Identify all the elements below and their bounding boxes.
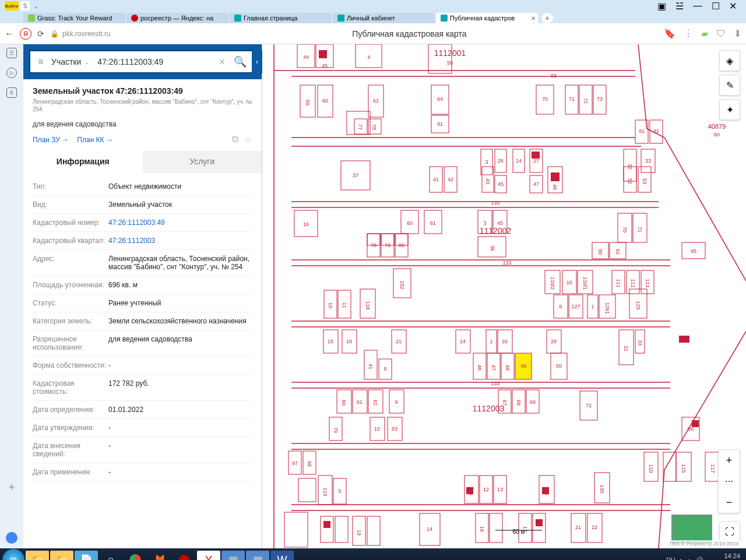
svg-rect-75 <box>532 152 540 159</box>
svg-text:133: 133 <box>491 200 499 206</box>
cadastral-number-link[interactable]: 47:26:1112003:49 <box>108 219 252 227</box>
tab-grass[interactable]: Grass: Track Your Reward <box>23 13 125 23</box>
nav-back[interactable]: ← <box>5 29 14 39</box>
window-close[interactable]: ✕ <box>729 1 737 12</box>
chrome-icon[interactable] <box>124 551 147 560</box>
rail-plus-icon[interactable]: + <box>9 481 15 494</box>
svg-text:26: 26 <box>498 158 504 164</box>
svg-text:62: 62 <box>372 400 378 406</box>
opera-icon[interactable] <box>173 551 196 560</box>
svg-text:1112003: 1112003 <box>473 404 505 413</box>
tab-close-icon[interactable]: ✕ <box>531 15 536 22</box>
rail-doc-icon[interactable]: ☰ <box>6 48 17 58</box>
bookmark-icon[interactable]: 🔖 <box>664 28 675 39</box>
cadastral-map[interactable]: 44 45 4 1112001 50 59 60 62 64 70 71 72 … <box>262 44 746 548</box>
new-tab-button[interactable]: + <box>541 13 553 23</box>
svg-text:47: 47 <box>491 365 497 371</box>
svg-text:91: 91 <box>639 128 645 134</box>
svg-text:27: 27 <box>533 158 539 164</box>
tray-lang[interactable]: RU <box>666 557 675 560</box>
svg-text:24: 24 <box>460 339 466 344</box>
export-icon[interactable]: ⧉ <box>232 134 238 145</box>
reload-icon[interactable]: ⟳ <box>37 29 44 38</box>
zoom-in-button[interactable]: + <box>719 450 740 471</box>
svg-text:52: 52 <box>627 178 633 184</box>
explorer-icon[interactable]: 📁 <box>26 551 49 560</box>
svg-text:36: 36 <box>490 245 495 251</box>
svg-text:133: 133 <box>502 260 511 266</box>
svg-text:26: 26 <box>502 339 508 344</box>
doc-icon[interactable]: 📄 <box>75 551 98 560</box>
tab-services[interactable]: Услуги <box>143 151 262 173</box>
zoom-menu-button[interactable]: ⋯ <box>719 471 740 492</box>
yandex-browser-icon[interactable]: Y <box>197 551 220 560</box>
info-row: Площадь уточненная:696 кв. м <box>33 276 252 294</box>
svg-text:64: 64 <box>437 96 443 102</box>
rail-play-icon[interactable]: ▷ <box>6 68 17 78</box>
tab-yandex[interactable]: росреестр — Яндекс: на <box>126 13 228 23</box>
login-avatar[interactable]: Войти <box>5 1 19 10</box>
center-button[interactable]: ✦ <box>719 99 740 120</box>
explorer2-icon[interactable]: 📁 <box>50 551 73 560</box>
rail-5-icon[interactable]: 5 <box>6 87 17 98</box>
menu-icon[interactable]: ≡ <box>34 57 48 67</box>
svg-text:81: 81 <box>437 121 443 127</box>
svg-text:117: 117 <box>710 464 716 473</box>
tray-clock[interactable]: 14:24 14.05.2024 <box>708 552 744 560</box>
tray-sound-icon[interactable]: 🔊 <box>695 557 703 561</box>
tray-flag-icon[interactable]: ▸ <box>680 557 684 561</box>
tab-cabinet[interactable]: Личный кабинет <box>333 13 435 23</box>
info-row: Кадастровый номер:47:26:1112003:49 <box>33 214 252 232</box>
svg-text:60: 60 <box>714 132 720 138</box>
window-maximize[interactable]: ☐ <box>712 1 720 12</box>
word-icon[interactable]: W <box>270 551 294 560</box>
search-type-dropdown[interactable]: Участки ⌄ <box>48 57 93 66</box>
fullscreen-button[interactable]: ⛶ <box>719 522 740 543</box>
tray-network-icon[interactable]: ▫ <box>688 557 691 560</box>
svg-text:32: 32 <box>623 346 629 351</box>
zoom-out-button[interactable]: − <box>719 492 740 513</box>
svg-rect-79 <box>551 172 560 181</box>
svg-text:41: 41 <box>433 177 439 182</box>
svg-text:1: 1 <box>591 304 594 309</box>
cadastral-quarter-link[interactable]: 47:26:1112003 <box>108 237 252 245</box>
url-input[interactable]: 🔒 pkk.rosreestr.ru <box>50 30 155 38</box>
tab-information[interactable]: Информация <box>23 151 143 173</box>
firefox-icon[interactable]: 🦊 <box>148 551 171 560</box>
menu-dots-icon[interactable]: ⋮ <box>684 28 693 39</box>
app1-icon[interactable]: ▦ <box>221 551 245 560</box>
svg-text:91: 91 <box>615 249 621 255</box>
leaf-icon <box>28 15 35 22</box>
svg-text:12: 12 <box>483 487 489 492</box>
info-row: Вид:Земельный участок <box>33 196 252 214</box>
app2-icon[interactable]: ▦ <box>246 551 269 560</box>
clear-icon[interactable]: ✕ <box>215 57 229 66</box>
minimap[interactable] <box>671 515 712 544</box>
svg-text:93: 93 <box>551 73 557 79</box>
dropdown-icon[interactable]: ⌄ <box>31 1 41 10</box>
window-minimize[interactable]: — <box>693 1 702 12</box>
yandex-browser-icon[interactable]: Я <box>20 28 31 40</box>
plan-kk-link[interactable]: План КК → <box>77 136 113 144</box>
search-icon[interactable]: 🔍 <box>229 55 251 68</box>
svg-text:60 м: 60 м <box>513 529 525 535</box>
star-icon[interactable]: ☆ <box>244 134 252 145</box>
chevron-down-icon: ⌄ <box>85 59 89 65</box>
alice-icon[interactable] <box>6 532 17 544</box>
plan-zu-link[interactable]: План ЗУ → <box>33 136 69 144</box>
start-button[interactable]: ⊞ <box>2 549 24 560</box>
measure-button[interactable]: ✎ <box>719 75 740 96</box>
extension-icon[interactable]: ▰ <box>701 28 708 39</box>
svg-text:79: 79 <box>333 427 339 433</box>
search-input[interactable]: 47:26:1112003:49 <box>93 57 215 66</box>
svg-text:15: 15 <box>328 339 333 344</box>
tab-pkk[interactable]: Публичная кадастров✕ <box>436 13 538 23</box>
ie-icon[interactable]: e <box>99 551 122 560</box>
svg-text:1: 1 <box>490 339 492 344</box>
svg-text:21: 21 <box>396 339 402 344</box>
shield-icon[interactable]: 🛡 <box>716 29 726 39</box>
layers-button[interactable]: ◈ <box>719 50 740 71</box>
tab-main[interactable]: Главная страница <box>230 13 332 23</box>
collapse-panel-button[interactable]: ‹ <box>252 50 262 73</box>
download-icon[interactable]: ⬇ <box>734 28 741 39</box>
